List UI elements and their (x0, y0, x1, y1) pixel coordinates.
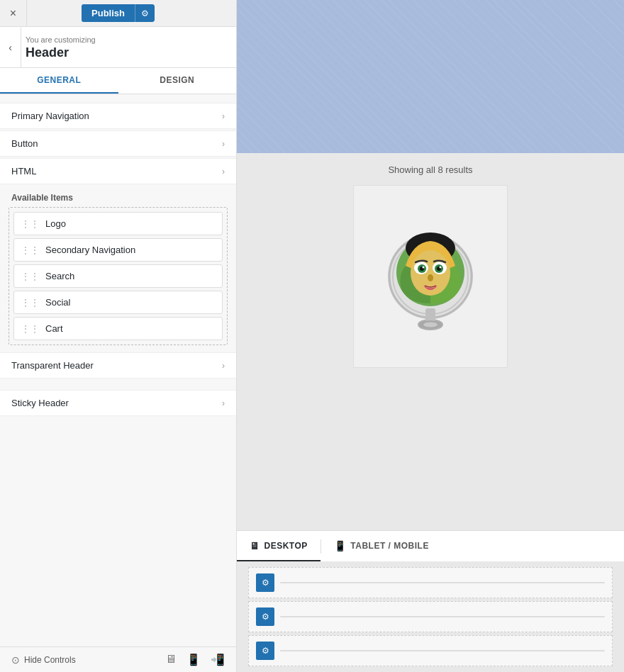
available-items-label: Available Items (0, 186, 236, 207)
showing-results: Showing all 8 results (388, 164, 472, 175)
draggable-area: ⋮⋮ Logo ⋮⋮ Secondary Navigation ⋮⋮ Searc… (9, 207, 228, 345)
html-label: HTML (11, 166, 36, 177)
section-row-button[interactable]: Button › (0, 130, 236, 157)
publish-button[interactable]: Publish (82, 4, 135, 22)
product-badge-svg (384, 220, 477, 333)
desktop-icon: 🖥 (250, 540, 260, 551)
tab-general[interactable]: GENERAL (0, 68, 118, 94)
search-item-label: Search (45, 271, 74, 281)
customizing-label: You are customizing (26, 35, 225, 44)
context-info: You are customizing Header (11, 35, 225, 60)
settings-gear-1[interactable]: ⚙ (256, 573, 274, 592)
settings-gear-2[interactable]: ⚙ (256, 607, 274, 626)
primary-navigation-chevron: › (222, 111, 225, 121)
transparent-header-label: Transparent Header (11, 360, 94, 371)
panel-content: Primary Navigation › Button › HTML › Ava… (0, 94, 236, 646)
settings-row-3: ⚙ (248, 635, 613, 666)
svg-point-13 (423, 267, 425, 269)
tabs: GENERAL DESIGN (0, 68, 236, 94)
publish-group: Publish ⚙ (82, 4, 155, 22)
hero-pattern (237, 0, 624, 153)
settings-row-2: ⚙ (248, 601, 613, 632)
button-label: Button (11, 138, 38, 149)
publish-settings-button[interactable]: ⚙ (135, 4, 155, 22)
drag-handle-cart: ⋮⋮ (21, 324, 40, 334)
context-header: ‹ You are customizing Header (0, 27, 236, 68)
tablet-icon[interactable]: 📱 (186, 653, 201, 666)
desktop-tab[interactable]: 🖥 DESKTOP (237, 531, 321, 561)
left-panel: × Publish ⚙ ‹ You are customizing Header… (0, 0, 237, 672)
tablet-mobile-tab-label: TABLET / MOBILE (350, 541, 429, 551)
section-row-transparent-header[interactable]: Transparent Header › (0, 352, 236, 379)
hide-controls-icon: ⊙ (11, 654, 20, 666)
section-title: Header (26, 45, 225, 60)
preview-hero (237, 0, 624, 153)
primary-navigation-label: Primary Navigation (11, 111, 89, 121)
section-row-sticky-header[interactable]: Sticky Header › (0, 390, 236, 416)
settings-gear-3[interactable]: ⚙ (256, 642, 274, 660)
draggable-logo[interactable]: ⋮⋮ Logo (13, 212, 223, 235)
draggable-cart[interactable]: ⋮⋮ Cart (13, 317, 223, 340)
footer-icons: 🖥 📱 📲 (165, 653, 225, 666)
sticky-header-chevron: › (222, 398, 225, 408)
draggable-secondary-navigation[interactable]: ⋮⋮ Secondary Navigation (13, 238, 223, 262)
settings-line-1 (280, 582, 605, 583)
phone-icon[interactable]: 📲 (211, 653, 225, 666)
tablet-mobile-tab[interactable]: 📱 TABLET / MOBILE (321, 531, 442, 561)
section-row-primary-navigation[interactable]: Primary Navigation › (0, 103, 236, 129)
svg-point-19 (423, 323, 438, 327)
product-image (374, 198, 487, 354)
bottom-rows: Transparent Header › Sticky Header › (0, 352, 236, 416)
drag-handle-social: ⋮⋮ (21, 298, 40, 308)
settings-rows: ⚙ ⚙ ⚙ (237, 561, 624, 672)
svg-point-15 (428, 274, 433, 281)
product-card (353, 185, 508, 368)
monitor-icon[interactable]: 🖥 (165, 653, 177, 666)
hide-controls-label: Hide Controls (24, 655, 76, 665)
tab-design[interactable]: DESIGN (118, 68, 237, 94)
desktop-tab-label: DESKTOP (264, 541, 308, 551)
hide-controls-button[interactable]: ⊙ Hide Controls (11, 654, 76, 666)
button-chevron: › (222, 139, 225, 149)
drag-handle-search: ⋮⋮ (21, 271, 40, 281)
drag-handle-logo: ⋮⋮ (21, 219, 40, 229)
secondary-navigation-item-label: Secondary Navigation (45, 245, 135, 255)
sticky-header-label: Sticky Header (11, 398, 69, 408)
draggable-social[interactable]: ⋮⋮ Social (13, 291, 223, 314)
html-chevron: › (222, 167, 225, 177)
tablet-mobile-icon: 📱 (334, 540, 347, 551)
drag-handle-secondary-nav: ⋮⋮ (21, 245, 40, 255)
section-row-html[interactable]: HTML › (0, 158, 236, 184)
settings-row-1: ⚙ (248, 567, 613, 598)
product-area: Showing all 8 results (237, 153, 624, 530)
close-button[interactable]: × (0, 0, 27, 27)
bottom-bar: 🖥 DESKTOP 📱 TABLET / MOBILE (237, 530, 624, 561)
back-button[interactable]: ‹ (0, 27, 21, 67)
transparent-header-chevron: › (222, 361, 225, 371)
top-bar: × Publish ⚙ (0, 0, 236, 27)
social-item-label: Social (45, 297, 70, 308)
panel-footer: ⊙ Hide Controls 🖥 📱 📲 (0, 646, 236, 672)
settings-line-2 (280, 616, 605, 617)
settings-line-3 (280, 650, 605, 651)
cart-item-label: Cart (45, 323, 63, 334)
svg-point-14 (440, 267, 442, 269)
logo-item-label: Logo (45, 218, 66, 229)
draggable-search[interactable]: ⋮⋮ Search (13, 264, 223, 288)
right-panel: Showing all 8 results (237, 0, 624, 672)
